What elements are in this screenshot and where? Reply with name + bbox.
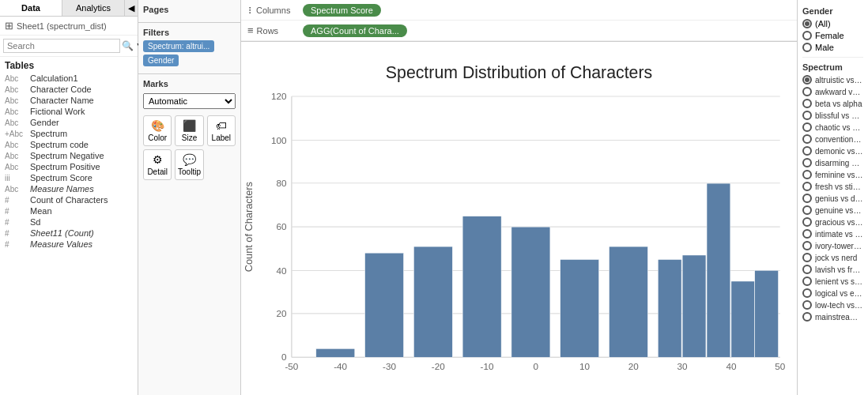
field-item[interactable]: AbcCharacter Code: [0, 84, 138, 95]
svg-text:-40: -40: [334, 361, 347, 371]
field-name-label: Count of Characters: [30, 195, 108, 205]
spectrum-option[interactable]: logical vs emotic: [802, 288, 863, 298]
filter-pill[interactable]: Gender: [143, 55, 179, 66]
field-type-label: Abc: [5, 185, 27, 194]
spectrum-option[interactable]: beta vs alpha: [802, 99, 863, 108]
label-icon: 🏷: [216, 119, 227, 132]
field-item[interactable]: #Mean: [0, 205, 138, 216]
filter-pill[interactable]: Spectrum: altrui...: [143, 40, 214, 52]
svg-text:-20: -20: [432, 361, 445, 371]
spectrum-option[interactable]: demonic vs ange: [802, 146, 863, 156]
field-item[interactable]: +AbcSpectrum: [0, 128, 138, 139]
field-name-label: Measure Values: [30, 239, 92, 249]
svg-rect-28: [365, 253, 404, 357]
svg-rect-35: [682, 255, 706, 357]
svg-rect-36: [707, 183, 730, 357]
tab-analytics[interactable]: Analytics: [62, 0, 125, 16]
spectrum-radio-circle: [802, 146, 812, 156]
field-item[interactable]: AbcMeasure Names: [0, 183, 138, 194]
spectrum-option[interactable]: lavish vs frugal: [802, 265, 863, 274]
spectrum-option-label: genuine vs sarca: [815, 206, 863, 215]
color-label: Color: [148, 134, 167, 142]
spectrum-option[interactable]: conventional vs: [802, 134, 863, 144]
collapse-panel-button[interactable]: ◀: [125, 0, 138, 16]
spectrum-list: altruistic vs selfawkward vs chabeta vs …: [802, 75, 863, 322]
spectrum-option[interactable]: awkward vs cha: [802, 87, 863, 96]
field-item[interactable]: AbcFictional Work: [0, 106, 138, 117]
tab-data[interactable]: Data: [0, 0, 62, 16]
size-icon: ⬛: [183, 119, 196, 132]
columns-pill[interactable]: Spectrum Score: [303, 4, 381, 17]
field-item[interactable]: AbcSpectrum Negative: [0, 150, 138, 161]
marks-type-select[interactable]: Automatic Bar Line Area: [143, 93, 236, 109]
spectrum-option[interactable]: genius vs dunce: [802, 194, 863, 203]
size-button[interactable]: ⬛ Size: [175, 115, 203, 146]
field-type-label: Abc: [5, 118, 27, 127]
left-content: Tables AbcCalculation1AbcCharacter CodeA…: [0, 57, 138, 395]
field-type-label: #: [5, 207, 27, 216]
spectrum-option[interactable]: jock vs nerd: [802, 253, 863, 262]
spectrum-option[interactable]: intimate vs form: [802, 229, 863, 239]
field-item[interactable]: AbcSpectrum Positive: [0, 161, 138, 172]
spectrum-option-label: conventional vs: [815, 135, 863, 144]
field-type-label: Abc: [5, 107, 27, 116]
spectrum-option[interactable]: chaotic vs order: [802, 122, 863, 132]
spectrum-radio-circle: [802, 134, 812, 144]
field-item[interactable]: #Sheet11 (Count): [0, 228, 138, 239]
spectrum-radio-circle: [802, 87, 812, 96]
spectrum-option[interactable]: disarming vs cre: [802, 158, 863, 167]
spectrum-option[interactable]: low-tech vs high: [802, 300, 863, 310]
spectrum-radio-circle: [802, 75, 812, 85]
filter-pills: Spectrum: altrui...Gender: [143, 40, 236, 69]
spectrum-option[interactable]: altruistic vs self: [802, 75, 863, 85]
tooltip-button[interactable]: 💬 Tooltip: [175, 149, 203, 180]
detail-button[interactable]: ⚙ Detail: [143, 149, 172, 180]
spectrum-option[interactable]: lenient vs strict: [802, 276, 863, 286]
field-type-label: iii: [5, 174, 27, 182]
field-name-label: Character Code: [30, 85, 92, 94]
field-item[interactable]: AbcGender: [0, 117, 138, 128]
field-type-label: #: [5, 196, 27, 205]
spectrum-radio-circle: [802, 99, 812, 108]
field-name-label: Spectrum Positive: [30, 162, 100, 171]
spectrum-option[interactable]: ivory-tower vs b: [802, 241, 863, 250]
columns-shelf: ⫶ Columns Spectrum Score: [241, 0, 797, 21]
field-name-label: Gender: [30, 118, 59, 127]
field-name-label: Sd: [30, 217, 40, 227]
tooltip-label: Tooltip: [178, 167, 201, 176]
field-type-label: +Abc: [5, 130, 27, 138]
color-icon: 🎨: [151, 119, 164, 132]
spectrum-option[interactable]: fresh vs stinky: [802, 182, 863, 191]
spectrum-option-label: jock vs nerd: [815, 254, 857, 262]
filters-title: Filters: [143, 28, 236, 37]
label-button[interactable]: 🏷 Label: [207, 115, 236, 146]
spectrum-option[interactable]: blissful vs haunt: [802, 111, 863, 120]
spectrum-option[interactable]: mainstream vs s: [802, 312, 863, 322]
svg-rect-38: [755, 270, 779, 357]
spectrum-option[interactable]: genuine vs sarca: [802, 205, 863, 215]
detail-label: Detail: [147, 167, 168, 176]
color-button[interactable]: 🎨 Color: [143, 115, 172, 146]
spectrum-option[interactable]: gracious vs feist: [802, 217, 863, 227]
field-item[interactable]: #Count of Characters: [0, 194, 138, 205]
radio-circle: [802, 31, 812, 40]
spectrum-option-label: beta vs alpha: [815, 100, 862, 108]
field-item[interactable]: AbcCalculation1: [0, 73, 138, 84]
field-item[interactable]: #Measure Values: [0, 239, 138, 250]
gender-option[interactable]: (All): [802, 19, 863, 28]
field-item[interactable]: AbcSpectrum code: [0, 139, 138, 150]
rows-icon: ≡: [247, 24, 254, 36]
spectrum-option[interactable]: feminine vs mas: [802, 170, 863, 179]
field-item[interactable]: AbcCharacter Name: [0, 95, 138, 106]
search-button[interactable]: 🔍: [122, 40, 134, 51]
rows-pill[interactable]: AGG(Count of Chara...: [303, 24, 407, 37]
field-type-label: #: [5, 240, 27, 249]
field-item[interactable]: #Sd: [0, 216, 138, 228]
field-item[interactable]: iiiSpectrum Score: [0, 172, 138, 183]
search-input[interactable]: [3, 39, 120, 53]
gender-option[interactable]: Male: [802, 43, 863, 52]
spectrum-radio-circle: [802, 194, 812, 203]
gender-option[interactable]: Female: [802, 31, 863, 40]
marks-title: Marks: [143, 79, 236, 88]
svg-text:-10: -10: [481, 361, 494, 371]
